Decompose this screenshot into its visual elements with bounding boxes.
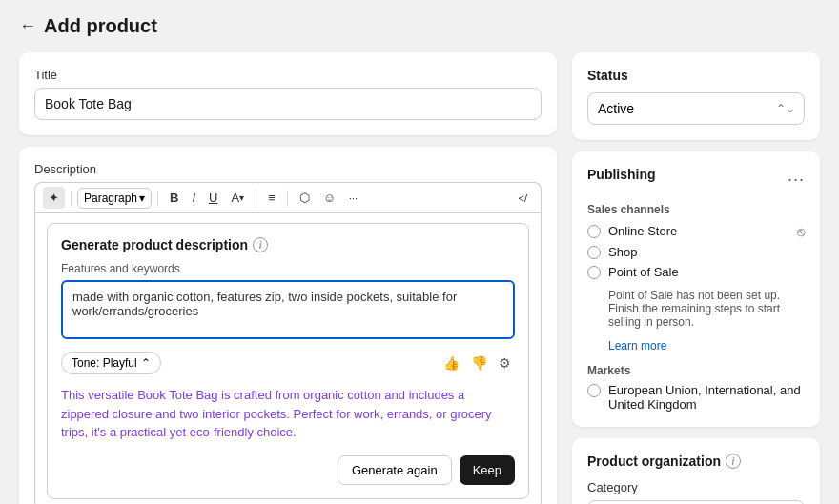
description-label: Description (34, 162, 542, 176)
learn-more-link[interactable]: Learn more (608, 339, 666, 353)
pos-note: Point of Sale has not been set up. Finis… (608, 289, 805, 329)
page-container: ← Add product Title Description ✦ (0, 0, 839, 504)
market-text: European Union, International, and Unite… (608, 383, 805, 412)
features-textarea[interactable]: made with organic cotton, features zip, … (61, 280, 515, 339)
channels-label: Sales channels (587, 203, 805, 216)
publishing-card: Publishing ··· Sales channels Online Sto… (572, 151, 820, 427)
title-input[interactable] (34, 88, 542, 120)
publishing-menu-button[interactable]: ··· (788, 170, 805, 190)
left-column: Title Description ✦ Paragraph ▾ (19, 52, 557, 504)
market-radio[interactable] (587, 384, 601, 397)
generated-text: This versatile Book Tote Bag is crafted … (61, 386, 515, 442)
editor-inner: Generate product description i Features … (35, 213, 541, 504)
title-label: Title (34, 68, 542, 82)
paragraph-dropdown[interactable]: Paragraph ▾ (77, 188, 152, 209)
tone-row: Tone: Playful ⌃ 👍 👎 ⚙ (61, 352, 515, 374)
underline-button[interactable]: U (203, 187, 223, 209)
status-card: Status Active Draft Archived ⌃⌄ (572, 52, 820, 140)
features-label: Features and keywords (61, 262, 515, 275)
generate-again-button[interactable]: Generate again (338, 455, 452, 485)
settings-button[interactable]: ⚙ (495, 352, 515, 374)
main-layout: Title Description ✦ Paragraph ▾ (19, 52, 820, 504)
tone-button[interactable]: Tone: Playful ⌃ (61, 352, 161, 374)
more-button[interactable]: ··· (343, 189, 363, 208)
back-button[interactable]: ← (19, 16, 36, 36)
action-row: Generate again Keep (61, 455, 515, 485)
info-icon: i (253, 237, 268, 252)
channel-radio-3[interactable] (587, 266, 601, 279)
keep-button[interactable]: Keep (460, 455, 515, 485)
ai-toolbar-button[interactable]: ✦ (43, 187, 65, 209)
toolbar-separator-2 (157, 190, 158, 207)
status-select[interactable]: Active Draft Archived (587, 92, 805, 125)
toolbar-separator-1 (71, 190, 72, 207)
markets-label: Markets (587, 364, 805, 377)
channel-radio-1[interactable] (587, 225, 601, 238)
status-title: Status (587, 68, 805, 83)
ai-popup: Generate product description i Features … (47, 223, 529, 499)
title-card: Title (19, 52, 557, 135)
bold-button[interactable]: B (164, 187, 184, 209)
ai-popup-title: Generate product description i (61, 237, 515, 252)
store-link-icon[interactable]: ⎋ (797, 224, 805, 239)
category-input[interactable] (587, 500, 805, 504)
market-item: European Union, International, and Unite… (587, 383, 805, 412)
status-select-wrapper: Active Draft Archived ⌃⌄ (587, 92, 805, 125)
feedback-icons: 👍 👎 ⚙ (440, 352, 515, 374)
product-org-card: Product organization i Category Determin… (572, 438, 820, 504)
publishing-title: Publishing (587, 167, 656, 182)
thumbs-down-button[interactable]: 👎 (467, 352, 491, 374)
page-title: Add product (44, 15, 157, 37)
channel-name-shop: Shop (608, 245, 637, 259)
link-button[interactable]: ⬡ (294, 187, 316, 209)
channel-pos: Point of Sale Point of Sale has not been… (587, 265, 805, 353)
channel-radio-2[interactable] (587, 246, 601, 259)
right-column: Status Active Draft Archived ⌃⌄ Publishi… (572, 52, 820, 504)
align-button[interactable]: ≡ (262, 187, 281, 209)
channel-name-pos: Point of Sale (608, 265, 679, 279)
emoji-button[interactable]: ☺ (317, 187, 341, 209)
thumbs-up-button[interactable]: 👍 (440, 352, 463, 374)
channel-online-store: Online Store ⎋ (587, 224, 805, 239)
product-org-title: Product organization (587, 454, 721, 469)
product-org-info-icon: i (726, 454, 741, 469)
toolbar-separator-3 (256, 190, 256, 207)
publishing-header: Publishing ··· (587, 167, 805, 192)
channel-shop: Shop (587, 245, 805, 259)
description-card: Description ✦ Paragraph ▾ B I U (19, 147, 557, 504)
code-button[interactable]: </ (513, 189, 533, 208)
toolbar-separator-4 (287, 190, 288, 207)
italic-button[interactable]: I (186, 187, 201, 209)
text-color-button[interactable]: A ▾ (225, 187, 250, 209)
channel-name-online-store: Online Store (608, 224, 677, 238)
category-label: Category (587, 480, 805, 494)
editor-toolbar: ✦ Paragraph ▾ B I U A ▾ (34, 182, 542, 212)
page-header: ← Add product (19, 15, 820, 37)
editor-content[interactable]: Generate product description i Features … (34, 212, 542, 504)
